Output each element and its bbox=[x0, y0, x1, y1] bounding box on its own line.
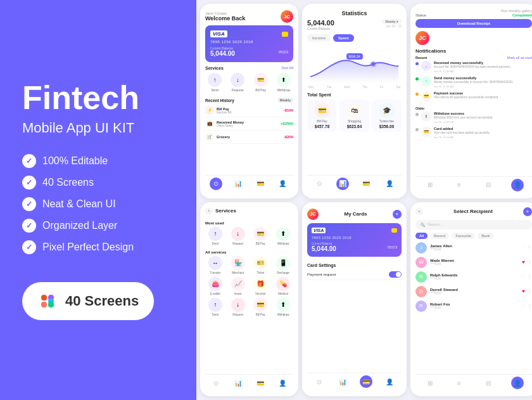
svc-recharge[interactable]: 📱 Recharge bbox=[273, 256, 293, 274]
svc-merchant[interactable]: 🏪 Merchant bbox=[228, 256, 248, 274]
more-icon[interactable]: ⋮ bbox=[527, 303, 532, 309]
transaction-received[interactable]: 💼 Received Money Office Salary +$2500 bbox=[205, 117, 293, 131]
spent-tuition[interactable]: 🎓 Tuition fee $356.00 bbox=[372, 100, 402, 132]
svc-withdraw[interactable]: ⬆ Withdraw bbox=[273, 227, 293, 245]
spent-shopping[interactable]: 🛍 Shopping $623.64 bbox=[339, 100, 369, 132]
service-billpay[interactable]: 💳 Bill Pay bbox=[254, 73, 268, 92]
notif-avatar: ↓ bbox=[421, 61, 431, 71]
more-icon[interactable]: ⋮ bbox=[527, 274, 532, 280]
status-value: Completed bbox=[512, 13, 532, 17]
svc-ewallet[interactable]: 👛 E-wallet bbox=[205, 277, 225, 295]
heart-icon[interactable]: ♡ bbox=[521, 274, 525, 280]
nav-chart-mc[interactable]: 📊 bbox=[336, 375, 349, 388]
nav-list[interactable]: ≡ bbox=[453, 179, 466, 191]
services-page-title: Services bbox=[215, 208, 236, 214]
notif-received-money[interactable]: ↓ Received money successfully Account No… bbox=[415, 61, 532, 73]
svc-invest[interactable]: 📈 Invest bbox=[228, 277, 248, 295]
nav-card-mc[interactable]: 💳 bbox=[360, 375, 372, 388]
payment-toggle[interactable] bbox=[389, 271, 402, 278]
recipient-wade[interactable]: W Wade Warren ****4216 ♥ ⋮ bbox=[415, 257, 532, 268]
stats-title: Statistics bbox=[307, 10, 402, 16]
download-receipt-btn[interactable]: Download Receipt bbox=[415, 19, 532, 28]
search-bar[interactable]: 🔍 Search... bbox=[415, 220, 532, 229]
nav-cards-r[interactable]: ⊟ bbox=[482, 377, 495, 389]
recipient-darrell[interactable]: D Darrell Steward ****4216 ♥ ⋮ bbox=[415, 286, 532, 297]
nav-user-svc[interactable]: 👤 bbox=[276, 377, 289, 389]
nav-home-svc[interactable]: ⊙ bbox=[210, 377, 222, 389]
nav-user-notif[interactable]: 👤 bbox=[511, 179, 524, 191]
nav-cards[interactable]: ⊟ bbox=[482, 179, 495, 191]
notif-send-money[interactable]: ↑ Send money successfully Money transfer… bbox=[415, 76, 532, 88]
nav-user[interactable]: 👤 bbox=[276, 177, 289, 190]
service-request[interactable]: ↓ Request bbox=[231, 73, 244, 92]
bottom-nav-notif: ⊞ ≡ ⊟ 👤 bbox=[415, 176, 532, 193]
mark-all-btn[interactable]: Mark all as read bbox=[507, 56, 532, 60]
bottom-nav-mycards: ⊙ 📊 💳 👤 bbox=[307, 373, 402, 390]
recipient-robert[interactable]: R Robert Fox ****4216 ♡ ⋮ bbox=[415, 300, 532, 312]
nav-chart-svc[interactable]: 📊 bbox=[232, 377, 244, 389]
stats-tabs: Income Spent bbox=[307, 34, 402, 42]
tab-spent[interactable]: Spent bbox=[333, 34, 354, 42]
filter-favourite[interactable]: Favourite bbox=[452, 233, 475, 239]
total-spent-label: Total Spent bbox=[307, 93, 402, 97]
recipient-back-button[interactable]: ‹ bbox=[415, 208, 423, 216]
more-icon[interactable]: ⋮ bbox=[527, 245, 532, 250]
svc-request[interactable]: ↓ Request bbox=[228, 227, 248, 245]
spent-billpay[interactable]: 💳 Bill Pay $457.78 bbox=[307, 100, 337, 132]
recipient-james[interactable]: J James Allen ****4216 ♡ ⋮ bbox=[415, 242, 532, 254]
svc-voucher[interactable]: 🎁 Voucher bbox=[251, 277, 271, 295]
svc-transfer[interactable]: ↔ Transfer bbox=[205, 256, 225, 274]
nav-user-mc[interactable]: 👤 bbox=[383, 375, 396, 388]
add-recipient-button[interactable]: + bbox=[523, 207, 532, 216]
svc-billpay[interactable]: 💳 Bill Pay bbox=[251, 227, 271, 245]
visa-logo: VISA bbox=[312, 228, 326, 233]
nav-chart-2[interactable]: 📊 bbox=[336, 177, 349, 190]
service-withdraw[interactable]: ⬆ Withdraw bbox=[277, 73, 291, 92]
spent-cards: 💳 Bill Pay $457.78 🛍 Shopping $623.64 🎓 … bbox=[307, 100, 402, 132]
history-section: Recent History Weekly bbox=[205, 98, 293, 103]
svc-send[interactable]: ↑ Send bbox=[205, 227, 225, 245]
transaction-grocery[interactable]: 🛒 Grocery -$200 bbox=[205, 131, 293, 144]
notif-avatar: ↑ bbox=[421, 76, 431, 86]
svc-billpay2[interactable]: 💳 Bill Pay bbox=[251, 298, 271, 316]
nav-user-2[interactable]: 👤 bbox=[383, 177, 396, 190]
nav-grid-r[interactable]: ⊞ bbox=[424, 377, 436, 389]
transaction-billpay[interactable]: ⚡ Bill Pay Electras Bill -$100 bbox=[205, 104, 293, 117]
filter-bank[interactable]: Bank bbox=[478, 233, 493, 239]
nav-chart[interactable]: 📊 bbox=[232, 177, 244, 190]
service-send[interactable]: ↑ Send bbox=[208, 73, 222, 92]
weekly-selector[interactable]: Weekly ▾ bbox=[382, 19, 402, 24]
nav-grid[interactable]: ⊞ bbox=[424, 179, 436, 191]
notif-payment-success[interactable]: 💳 Payment success Your electra bill paym… bbox=[415, 91, 532, 101]
filter-all[interactable]: All bbox=[415, 233, 428, 239]
svc-medical[interactable]: 💊 Medical bbox=[273, 277, 293, 295]
nav-card-2[interactable]: 💳 bbox=[360, 177, 372, 190]
nav-list-r[interactable]: ≡ bbox=[453, 377, 466, 389]
heart-icon[interactable]: ♡ bbox=[521, 245, 525, 250]
svc-withdraw2[interactable]: ⬆ Withdraw bbox=[273, 298, 293, 316]
svc-ticket[interactable]: 🎫 Ticket bbox=[251, 256, 271, 274]
svc-send2[interactable]: ↑ Send bbox=[205, 298, 225, 316]
filter-recent[interactable]: Recent bbox=[430, 233, 449, 239]
more-icon[interactable]: ⋮ bbox=[527, 259, 532, 265]
nav-user-r[interactable]: 👤 bbox=[511, 377, 524, 389]
notif-card-added[interactable]: 💳 Card added Your new card has been adde… bbox=[415, 127, 532, 139]
notif-withdraw[interactable]: ⬆ Withdraw success Withdraw $330 form yo… bbox=[415, 112, 532, 124]
payment-request-row[interactable]: Payment request bbox=[307, 269, 402, 280]
svc-request2[interactable]: ↓ Request bbox=[228, 298, 248, 316]
nav-home[interactable]: ⊙ bbox=[210, 177, 222, 190]
nav-card-svc[interactable]: 💳 bbox=[254, 377, 267, 389]
nav-card[interactable]: 💳 bbox=[254, 177, 267, 190]
back-button[interactable]: ‹ bbox=[205, 207, 213, 215]
balance: 5,044.00 bbox=[210, 50, 235, 57]
card-expiry: 05/23 bbox=[279, 50, 288, 54]
heart-icon[interactable]: ♥ bbox=[522, 288, 525, 294]
heart-icon[interactable]: ♥ bbox=[522, 259, 525, 265]
recipient-ralph[interactable]: R Ralph Edwards ****4216 ♡ ⋮ bbox=[415, 271, 532, 283]
heart-icon[interactable]: ♡ bbox=[521, 303, 525, 309]
nav-home-mc[interactable]: ⊙ bbox=[313, 375, 326, 388]
more-icon[interactable]: ⋮ bbox=[527, 288, 532, 294]
tab-income[interactable]: Income bbox=[307, 34, 331, 42]
nav-home-2[interactable]: ⊙ bbox=[313, 177, 326, 190]
add-card-button[interactable]: + bbox=[393, 210, 402, 219]
